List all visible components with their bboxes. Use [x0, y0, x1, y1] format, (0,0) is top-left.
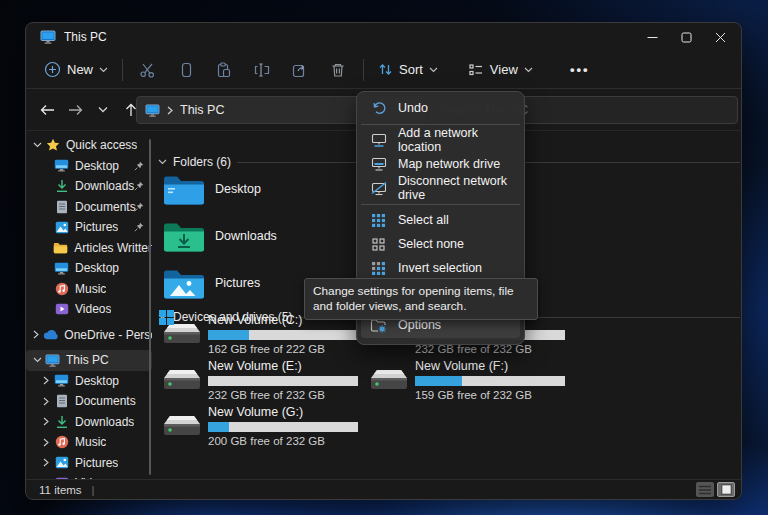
star-icon [44, 137, 61, 153]
scissors-icon [139, 61, 157, 79]
menu-separator [357, 120, 524, 128]
drive-icon [161, 317, 203, 351]
sidebar-item-pc-pictures[interactable]: Pictures [26, 453, 152, 474]
select-all-icon [370, 213, 387, 228]
folder-tile-desktop[interactable]: Desktop [161, 171, 351, 215]
menu-item-undo[interactable]: Undo [361, 96, 520, 120]
menu-separator [357, 200, 524, 208]
sidebar-item-this-pc[interactable]: This PC [26, 350, 152, 371]
folder-icon [52, 240, 69, 256]
maximize-button[interactable] [669, 23, 703, 51]
chevron-down-icon [99, 67, 108, 73]
sidebar-item-downloads[interactable]: Downloads [26, 176, 152, 197]
recent-locations-button[interactable] [90, 97, 116, 123]
plus-circle-icon [44, 61, 61, 78]
sidebar-item-videos[interactable]: Videos [26, 299, 152, 320]
close-button[interactable] [703, 23, 737, 51]
sidebar-item-pc-documents[interactable]: Documents [26, 391, 152, 412]
copy-button[interactable] [169, 55, 203, 85]
sidebar-item-desktop[interactable]: Desktop [26, 156, 152, 177]
downloads-folder-icon [161, 218, 207, 256]
sidebar-item-onedrive[interactable]: OneDrive - Person [26, 325, 152, 346]
new-button-label: New [67, 62, 93, 77]
chevron-down-icon [30, 142, 44, 148]
window-title: This PC [64, 30, 107, 44]
capacity-bar [415, 376, 565, 386]
this-pc-icon [44, 352, 61, 368]
forward-button[interactable] [62, 97, 88, 123]
menu-item-add-network-location[interactable]: Add a network location [361, 128, 520, 152]
undo-icon [370, 100, 387, 116]
sidebar-item-pc-desktop[interactable]: Desktop [26, 371, 152, 392]
breadcrumb-chevron-icon [167, 106, 173, 115]
menu-item-map-network-drive[interactable]: Map network drive [361, 152, 520, 176]
share-icon [291, 61, 309, 79]
drive-tile-f[interactable]: New Volume (F:) 159 GB free of 232 GB [368, 359, 568, 403]
delete-button[interactable] [321, 55, 355, 85]
status-divider: | [92, 484, 95, 496]
menu-item-invert-selection[interactable]: Invert selection [361, 256, 520, 280]
sidebar-item-pc-music[interactable]: Music [26, 432, 152, 453]
sidebar-scrollbar[interactable] [149, 139, 151, 475]
desktop: { "window": { "title": "This PC" }, "too… [0, 0, 768, 515]
sidebar-item-music[interactable]: Music [26, 279, 152, 300]
network-disconnect-icon [370, 181, 387, 196]
file-explorer-window: This PC New Sort View ••• [25, 22, 742, 500]
clipboard-icon [215, 61, 233, 79]
copy-icon [177, 61, 195, 79]
sidebar-item-pc-downloads[interactable]: Downloads [26, 412, 152, 433]
drive-tile-g[interactable]: New Volume (G:) 200 GB free of 232 GB [161, 405, 361, 449]
pin-icon [134, 202, 144, 212]
music-icon [53, 434, 70, 450]
sidebar-item-quick-access[interactable]: Quick access [26, 135, 152, 156]
desktop-icon [53, 158, 70, 174]
sidebar-item-pictures[interactable]: Pictures [26, 217, 152, 238]
pin-icon [134, 181, 144, 191]
sidebar-item-articles-written[interactable]: Articles Written [26, 238, 152, 259]
menu-item-select-none[interactable]: Select none [361, 232, 520, 256]
details-view-button[interactable] [696, 482, 714, 497]
minimize-button[interactable] [635, 23, 669, 51]
download-icon [53, 414, 70, 430]
video-icon [53, 301, 70, 317]
cut-button[interactable] [131, 55, 165, 85]
picture-icon [53, 455, 70, 471]
status-bar: 11 items | [26, 479, 741, 499]
titlebar[interactable]: This PC [26, 23, 741, 51]
sort-button[interactable]: Sort [370, 55, 446, 85]
network-map-icon [370, 157, 387, 172]
download-icon [53, 178, 70, 194]
sidebar-item-desktop-2[interactable]: Desktop [26, 258, 152, 279]
music-icon [53, 281, 70, 297]
this-pc-icon [40, 30, 56, 44]
select-none-icon [370, 238, 387, 251]
view-button[interactable]: View [460, 55, 541, 85]
share-button[interactable] [283, 55, 317, 85]
menu-item-select-all[interactable]: Select all [361, 208, 520, 232]
chevron-right-icon [30, 330, 42, 339]
breadcrumb-location: This PC [180, 103, 224, 117]
drive-tile-e[interactable]: New Volume (E:) 232 GB free of 232 GB [161, 359, 361, 403]
rename-button[interactable] [245, 55, 279, 85]
folder-tile-downloads[interactable]: Downloads [161, 218, 351, 262]
desktop-icon [53, 373, 70, 389]
sort-button-label: Sort [399, 62, 423, 77]
new-button[interactable]: New [36, 55, 116, 85]
sidebar-item-documents[interactable]: Documents [26, 197, 152, 218]
toolbar-separator [363, 59, 364, 81]
large-icons-view-button[interactable] [717, 482, 735, 497]
desktop-icon [53, 260, 70, 276]
paste-button[interactable] [207, 55, 241, 85]
chevron-right-icon [39, 417, 53, 426]
back-button[interactable] [34, 97, 60, 123]
capacity-bar [208, 376, 358, 386]
chevron-down-icon [158, 159, 167, 165]
pin-icon [134, 161, 144, 171]
command-bar: New Sort View ••• [26, 51, 741, 89]
menu-item-disconnect-network-drive[interactable]: Disconnect network drive [361, 176, 520, 200]
this-pc-icon [145, 104, 160, 117]
see-more-button[interactable]: ••• [563, 55, 597, 85]
network-add-icon [370, 133, 387, 148]
sort-icon [378, 62, 393, 77]
windows-logo-icon [159, 310, 174, 325]
